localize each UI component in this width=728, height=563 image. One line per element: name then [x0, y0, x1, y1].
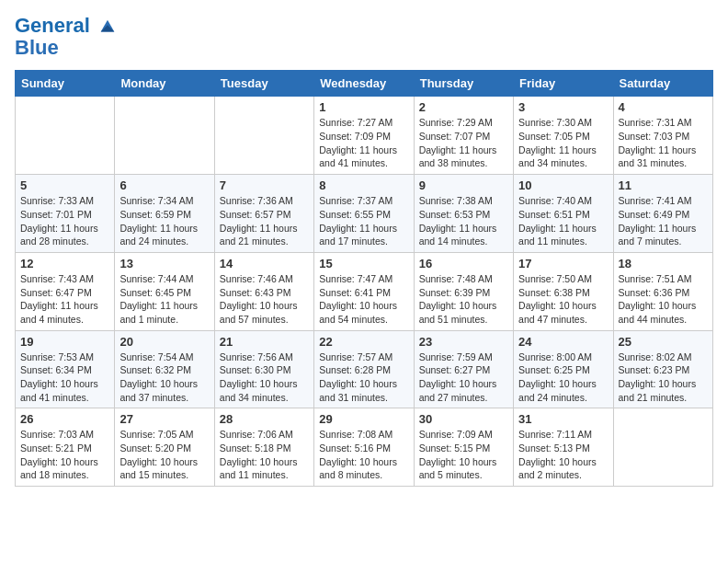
- day-info: Sunrise: 7:37 AMSunset: 6:55 PMDaylight:…: [319, 194, 408, 248]
- calendar-cell: [115, 97, 214, 175]
- day-number: 21: [220, 335, 309, 349]
- calendar-cell: 14Sunrise: 7:46 AMSunset: 6:43 PMDayligh…: [214, 252, 313, 330]
- day-number: 3: [518, 100, 608, 114]
- calendar-cell: 8Sunrise: 7:37 AMSunset: 6:55 PMDaylight…: [314, 175, 414, 253]
- weekday-header-row: SundayMondayTuesdayWednesdayThursdayFrid…: [16, 71, 713, 97]
- calendar-cell: [613, 408, 712, 487]
- day-info: Sunrise: 7:46 AMSunset: 6:43 PMDaylight:…: [220, 272, 309, 327]
- page-container: General Blue SundayMondayTuesdayWednesda…: [0, 0, 728, 494]
- day-number: 10: [518, 178, 608, 192]
- calendar-cell: 16Sunrise: 7:48 AMSunset: 6:39 PMDayligh…: [414, 252, 513, 330]
- logo-blue-text: Blue: [15, 37, 118, 59]
- calendar-week-1: 1Sunrise: 7:27 AMSunset: 7:09 PMDaylight…: [16, 97, 713, 175]
- calendar-week-2: 5Sunrise: 7:33 AMSunset: 7:01 PMDaylight…: [16, 175, 713, 253]
- calendar-cell: 18Sunrise: 7:51 AMSunset: 6:36 PMDayligh…: [613, 252, 712, 330]
- calendar-cell: 29Sunrise: 7:08 AMSunset: 5:16 PMDayligh…: [314, 408, 414, 487]
- day-number: 6: [119, 178, 209, 192]
- calendar-cell: 30Sunrise: 7:09 AMSunset: 5:15 PMDayligh…: [414, 408, 513, 487]
- day-number: 24: [518, 335, 608, 349]
- day-info: Sunrise: 7:03 AMSunset: 5:21 PMDaylight:…: [20, 428, 109, 482]
- logo-text: General: [15, 15, 118, 37]
- calendar-cell: 17Sunrise: 7:50 AMSunset: 6:38 PMDayligh…: [514, 252, 613, 330]
- header: General Blue: [15, 15, 713, 59]
- weekday-header-sunday: Sunday: [16, 71, 115, 97]
- weekday-header-monday: Monday: [115, 71, 214, 97]
- calendar-cell: 1Sunrise: 7:27 AMSunset: 7:09 PMDaylight…: [314, 97, 414, 175]
- calendar: SundayMondayTuesdayWednesdayThursdayFrid…: [15, 70, 713, 487]
- calendar-cell: 9Sunrise: 7:38 AMSunset: 6:53 PMDaylight…: [414, 175, 513, 253]
- day-info: Sunrise: 7:31 AMSunset: 7:03 PMDaylight:…: [619, 116, 708, 170]
- day-info: Sunrise: 7:43 AMSunset: 6:47 PMDaylight:…: [20, 272, 109, 327]
- weekday-header-wednesday: Wednesday: [314, 71, 414, 97]
- day-info: Sunrise: 7:29 AMSunset: 7:07 PMDaylight:…: [419, 116, 508, 170]
- calendar-cell: 12Sunrise: 7:43 AMSunset: 6:47 PMDayligh…: [16, 252, 115, 330]
- calendar-cell: 7Sunrise: 7:36 AMSunset: 6:57 PMDaylight…: [214, 175, 313, 253]
- day-number: 23: [419, 335, 508, 349]
- calendar-cell: 24Sunrise: 8:00 AMSunset: 6:25 PMDayligh…: [514, 330, 613, 408]
- day-number: 20: [119, 335, 209, 349]
- calendar-cell: 5Sunrise: 7:33 AMSunset: 7:01 PMDaylight…: [16, 175, 115, 253]
- day-info: Sunrise: 7:44 AMSunset: 6:45 PMDaylight:…: [119, 272, 209, 327]
- day-info: Sunrise: 7:06 AMSunset: 5:18 PMDaylight:…: [220, 428, 309, 482]
- calendar-cell: 13Sunrise: 7:44 AMSunset: 6:45 PMDayligh…: [115, 252, 214, 330]
- calendar-cell: 21Sunrise: 7:56 AMSunset: 6:30 PMDayligh…: [214, 330, 313, 408]
- day-number: 31: [518, 412, 608, 426]
- calendar-cell: 3Sunrise: 7:30 AMSunset: 7:05 PMDaylight…: [514, 97, 613, 175]
- calendar-cell: 27Sunrise: 7:05 AMSunset: 5:20 PMDayligh…: [115, 408, 214, 487]
- day-info: Sunrise: 7:27 AMSunset: 7:09 PMDaylight:…: [319, 116, 408, 170]
- calendar-cell: 25Sunrise: 8:02 AMSunset: 6:23 PMDayligh…: [613, 330, 712, 408]
- day-info: Sunrise: 7:54 AMSunset: 6:32 PMDaylight:…: [119, 350, 209, 405]
- calendar-cell: 15Sunrise: 7:47 AMSunset: 6:41 PMDayligh…: [314, 252, 414, 330]
- calendar-cell: 6Sunrise: 7:34 AMSunset: 6:59 PMDaylight…: [115, 175, 214, 253]
- day-info: Sunrise: 7:05 AMSunset: 5:20 PMDaylight:…: [119, 428, 209, 482]
- day-number: 7: [220, 178, 309, 192]
- day-number: 9: [419, 178, 508, 192]
- day-info: Sunrise: 7:33 AMSunset: 7:01 PMDaylight:…: [20, 194, 109, 248]
- day-info: Sunrise: 7:48 AMSunset: 6:39 PMDaylight:…: [419, 272, 508, 327]
- weekday-header-saturday: Saturday: [613, 71, 712, 97]
- day-number: 26: [20, 412, 109, 426]
- day-number: 8: [319, 178, 408, 192]
- day-number: 4: [619, 100, 708, 114]
- day-info: Sunrise: 7:57 AMSunset: 6:28 PMDaylight:…: [319, 350, 408, 405]
- day-number: 11: [619, 178, 708, 192]
- logo: General Blue: [15, 15, 118, 59]
- day-info: Sunrise: 7:34 AMSunset: 6:59 PMDaylight:…: [119, 194, 209, 248]
- day-info: Sunrise: 7:59 AMSunset: 6:27 PMDaylight:…: [419, 350, 508, 405]
- calendar-week-5: 26Sunrise: 7:03 AMSunset: 5:21 PMDayligh…: [16, 408, 713, 487]
- day-info: Sunrise: 7:11 AMSunset: 5:13 PMDaylight:…: [518, 428, 608, 482]
- day-info: Sunrise: 7:36 AMSunset: 6:57 PMDaylight:…: [220, 194, 309, 248]
- calendar-cell: 31Sunrise: 7:11 AMSunset: 5:13 PMDayligh…: [514, 408, 613, 487]
- day-number: 28: [220, 412, 309, 426]
- day-number: 14: [220, 257, 309, 270]
- logo-icon: [97, 17, 118, 37]
- day-info: Sunrise: 7:38 AMSunset: 6:53 PMDaylight:…: [419, 194, 508, 248]
- calendar-week-3: 12Sunrise: 7:43 AMSunset: 6:47 PMDayligh…: [16, 252, 713, 330]
- day-info: Sunrise: 7:47 AMSunset: 6:41 PMDaylight:…: [319, 272, 408, 327]
- day-number: 15: [319, 257, 408, 270]
- day-info: Sunrise: 8:02 AMSunset: 6:23 PMDaylight:…: [619, 350, 708, 405]
- day-number: 1: [319, 100, 408, 114]
- calendar-cell: 26Sunrise: 7:03 AMSunset: 5:21 PMDayligh…: [16, 408, 115, 487]
- day-number: 17: [518, 257, 608, 270]
- calendar-cell: 4Sunrise: 7:31 AMSunset: 7:03 PMDaylight…: [613, 97, 712, 175]
- day-number: 25: [619, 335, 708, 349]
- day-number: 5: [20, 178, 109, 192]
- day-info: Sunrise: 7:08 AMSunset: 5:16 PMDaylight:…: [319, 428, 408, 482]
- calendar-cell: [214, 97, 313, 175]
- day-number: 22: [319, 335, 408, 349]
- day-info: Sunrise: 7:41 AMSunset: 6:49 PMDaylight:…: [619, 194, 708, 248]
- day-info: Sunrise: 8:00 AMSunset: 6:25 PMDaylight:…: [518, 350, 608, 405]
- day-number: 30: [419, 412, 508, 426]
- calendar-cell: 10Sunrise: 7:40 AMSunset: 6:51 PMDayligh…: [514, 175, 613, 253]
- day-number: 29: [319, 412, 408, 426]
- day-info: Sunrise: 7:09 AMSunset: 5:15 PMDaylight:…: [419, 428, 508, 482]
- calendar-cell: 2Sunrise: 7:29 AMSunset: 7:07 PMDaylight…: [414, 97, 513, 175]
- calendar-cell: 28Sunrise: 7:06 AMSunset: 5:18 PMDayligh…: [214, 408, 313, 487]
- day-number: 18: [619, 257, 708, 270]
- day-info: Sunrise: 7:40 AMSunset: 6:51 PMDaylight:…: [518, 194, 608, 248]
- day-info: Sunrise: 7:51 AMSunset: 6:36 PMDaylight:…: [619, 272, 708, 327]
- day-info: Sunrise: 7:30 AMSunset: 7:05 PMDaylight:…: [518, 116, 608, 170]
- calendar-cell: [16, 97, 115, 175]
- day-info: Sunrise: 7:53 AMSunset: 6:34 PMDaylight:…: [20, 350, 109, 405]
